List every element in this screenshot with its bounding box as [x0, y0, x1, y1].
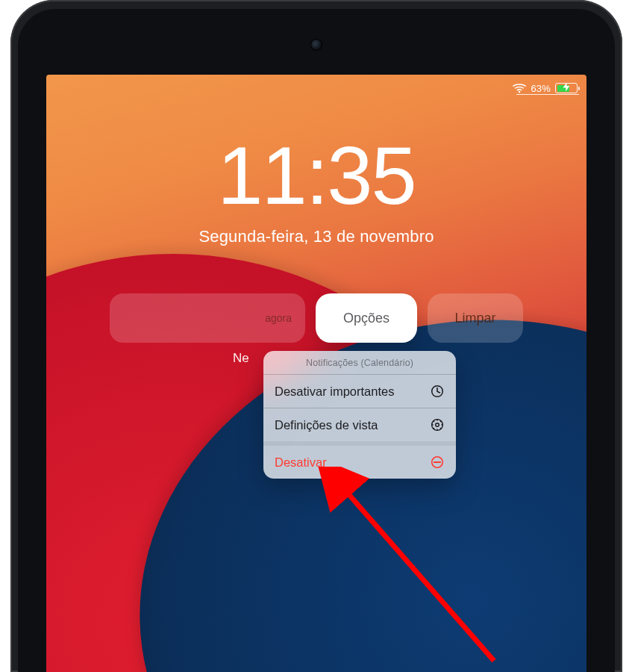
lock-clock: 11:35 Segunda-feira, 13 de novembro: [46, 134, 586, 246]
menu-item-label: Desativar importantes: [275, 385, 394, 399]
notif-timestamp: agora: [265, 312, 292, 324]
svg-point-3: [436, 423, 439, 427]
menu-header: Notificações (Calendário): [263, 351, 456, 374]
notification-card[interactable]: agora: [110, 293, 305, 343]
clear-button[interactable]: Limpar: [428, 293, 523, 343]
status-underline: [516, 94, 579, 95]
menu-item-view-settings[interactable]: Definições de vista: [263, 408, 456, 441]
device-frame: 63% 11:35 Segunda-feira, 13 de novembro …: [10, 0, 622, 672]
svg-line-11: [434, 428, 434, 429]
disable-icon: [430, 455, 445, 470]
screen: 63% 11:35 Segunda-feira, 13 de novembro …: [46, 75, 586, 672]
menu-item-label: Desativar: [275, 455, 327, 470]
svg-line-10: [440, 421, 441, 422]
device-bezel: 63% 11:35 Segunda-feira, 13 de novembro …: [18, 9, 615, 672]
notification-peek-text: Ne: [233, 351, 249, 366]
date: Segunda-feira, 13 de novembro: [46, 227, 586, 246]
svg-line-8: [434, 421, 434, 422]
svg-line-9: [440, 428, 441, 429]
clear-label: Limpar: [454, 311, 495, 326]
svg-point-0: [519, 91, 521, 93]
gear-icon: [430, 417, 445, 432]
options-label: Opções: [343, 311, 389, 326]
menu-item-disable-important[interactable]: Desativar importantes: [263, 374, 456, 408]
status-bar: 63%: [46, 79, 586, 97]
wifi-icon: [513, 83, 526, 93]
battery-percent: 63%: [531, 83, 551, 94]
notification-options-menu: Notificações (Calendário) Desativar impo…: [263, 351, 456, 479]
menu-item-label: Definições de vista: [275, 418, 378, 432]
battery-icon: [555, 83, 578, 93]
notification-swipe-row: agora Opções Limpar: [110, 293, 523, 343]
charging-icon: [563, 83, 570, 94]
options-button[interactable]: Opções: [316, 293, 417, 343]
clock-icon: [430, 384, 445, 399]
time: 11:35: [46, 134, 586, 217]
front-camera: [310, 39, 322, 51]
menu-item-disable[interactable]: Desativar: [263, 441, 456, 479]
